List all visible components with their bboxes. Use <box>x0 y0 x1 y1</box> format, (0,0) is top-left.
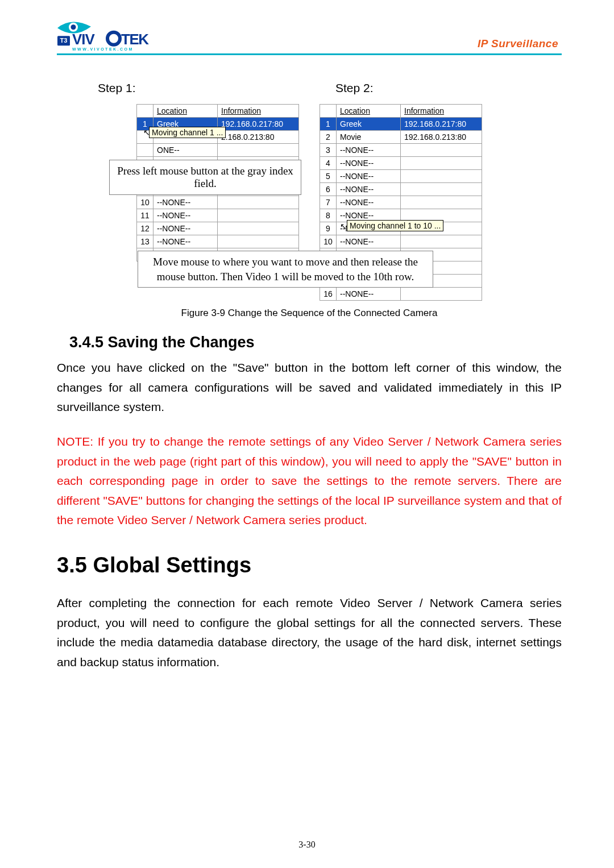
svg-text:VIV: VIV <box>72 31 96 48</box>
ip-surveillance-label: IP Surveillance <box>478 38 562 52</box>
table-row[interactable]: 10 --NONE-- <box>320 235 482 248</box>
table-row[interactable]: 12 --NONE-- <box>137 222 299 235</box>
callout-step1: Press left mouse button at the gray inde… <box>109 160 301 195</box>
table-row[interactable]: 7 --NONE-- <box>320 196 482 209</box>
paragraph-note-red: NOTE: If you try to change the remote se… <box>57 432 562 530</box>
table-row[interactable]: 2 Movie 192.168.0.213:80 <box>320 131 482 144</box>
table-row[interactable]: 1 Greek 192.168.0.217:80 <box>320 118 482 131</box>
paragraph-global-settings: After completing the connection for each… <box>57 593 562 672</box>
page-header: T3 VIV TEK WWW.VIVOTEK.COM IP Surveillan… <box>57 19 562 52</box>
cursor-icon: ↖ <box>143 128 150 137</box>
svg-point-5 <box>107 32 120 45</box>
th-idx <box>137 105 154 118</box>
svg-text:T3: T3 <box>60 37 68 44</box>
table-row[interactable]: 16 --NONE-- <box>320 288 482 301</box>
svg-text:TEK: TEK <box>121 31 149 48</box>
header-rule <box>57 53 562 55</box>
table-row[interactable]: ONE-- <box>137 144 299 157</box>
table-row[interactable]: 6 --NONE-- <box>320 183 482 196</box>
svg-text:WWW.VIVOTEK.COM: WWW.VIVOTEK.COM <box>72 47 134 51</box>
th-location: Location <box>154 105 218 118</box>
cursor-icon: ↖ <box>340 222 347 231</box>
table-row[interactable]: 13 --NONE-- <box>137 235 299 248</box>
step1-label: Step 1: <box>98 81 318 95</box>
drag-tooltip-step2: Moving channel 1 to 10 ... <box>347 220 443 231</box>
figure-3-9: Location Information 1 Greek 192.168.0.2… <box>57 104 562 301</box>
page-number: 3-30 <box>0 840 614 850</box>
th-location: Location <box>337 105 401 118</box>
th-information: Information <box>218 105 299 118</box>
table-header-row: Location Information <box>320 105 482 118</box>
table-header-row: Location Information <box>137 105 299 118</box>
cell-info: 192.168.0.217:80 <box>218 118 299 131</box>
step2-label: Step 2: <box>335 81 556 95</box>
heading-3-5: 3.5 Global Settings <box>57 553 562 578</box>
figure-caption: Figure 3-9 Change the Sequence of the Co… <box>57 308 562 319</box>
vivotek-logo: T3 VIV TEK WWW.VIVOTEK.COM <box>57 19 154 52</box>
table-row[interactable]: 10 --NONE-- <box>137 196 299 209</box>
drag-tooltip-step1: Moving channel 1 ... <box>149 127 226 138</box>
table-row[interactable]: 4 --NONE-- <box>320 157 482 170</box>
table-row[interactable]: 3 --NONE-- <box>320 144 482 157</box>
svg-point-1 <box>71 24 76 30</box>
table-row[interactable]: 11 --NONE-- <box>137 209 299 222</box>
steps-row: Step 1: Step 2: <box>57 81 562 95</box>
th-information: Information <box>401 105 482 118</box>
callout-step2: Move mouse to where you want to move and… <box>138 251 433 288</box>
heading-3-4-5: 3.4.5 Saving the Changes <box>57 334 562 351</box>
table-row[interactable]: 5 --NONE-- <box>320 170 482 183</box>
paragraph-saving-changes: Once you have clicked on the "Save" butt… <box>57 358 562 417</box>
